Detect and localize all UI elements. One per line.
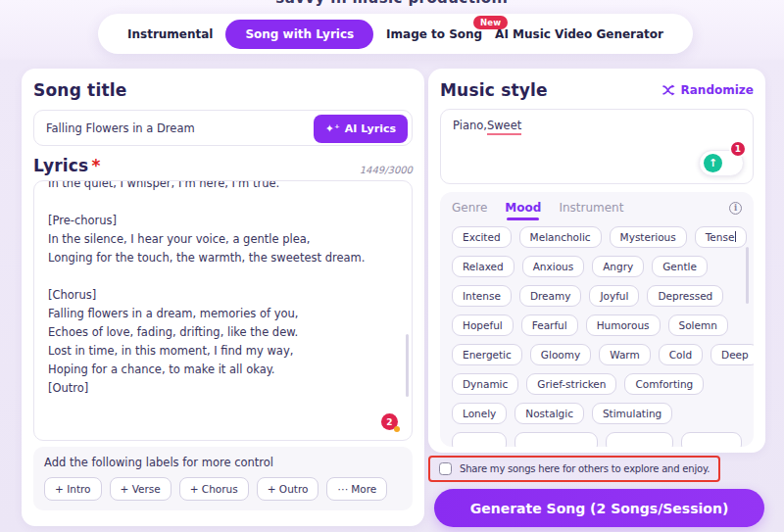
shuffle-icon: [662, 84, 676, 96]
tab-genre[interactable]: Genre: [452, 201, 487, 215]
lyrics-textarea[interactable]: In the quiet, I whisper, I'm here, I'm t…: [33, 180, 413, 441]
ai-lyrics-label: AI Lyrics: [345, 122, 396, 135]
tab-instrumental[interactable]: Instrumental: [127, 27, 213, 41]
tab-mood[interactable]: Mood: [505, 201, 541, 215]
mood-chip[interactable]: Warm: [599, 344, 651, 365]
mood-chip[interactable]: Relaxed: [452, 256, 514, 277]
tab-song-with-lyrics[interactable]: Song with Lyrics: [225, 20, 373, 49]
mood-chip[interactable]: Dynamic: [452, 373, 518, 395]
music-style-input[interactable]: Piano,Sweet ↑ 1: [440, 109, 754, 184]
label-helper-box: Add the following labels for more contro…: [33, 447, 413, 510]
mood-chip[interactable]: Nostalgic: [514, 403, 584, 424]
labels-hint: Add the following labels for more contro…: [44, 456, 402, 469]
info-icon[interactable]: i: [729, 202, 742, 215]
grammarly-count-badge: 1: [729, 140, 747, 158]
mood-chip-row: DynamicGrief-strickenComforting: [452, 373, 742, 395]
ai-lyrics-button[interactable]: ✦⁺ AI Lyrics: [314, 115, 408, 143]
label-button[interactable]: ⋯ More: [326, 477, 387, 501]
mood-chip-partial[interactable]: [514, 432, 598, 447]
mood-chip[interactable]: Humorous: [586, 314, 661, 336]
style-value-flagged: Sweet: [487, 119, 521, 135]
mood-chip[interactable]: Joyful: [589, 285, 639, 307]
mood-chip[interactable]: Grief-stricken: [526, 373, 616, 395]
song-panel: Song title Falling Flowers in a Dream ✦⁺…: [22, 69, 424, 526]
label-button[interactable]: + Verse: [110, 477, 172, 501]
mood-chip-partial[interactable]: [606, 432, 673, 447]
label-button[interactable]: + Chorus: [179, 477, 249, 501]
tab-ai-music-video-generator[interactable]: AI Music Video Generator: [495, 27, 663, 41]
required-asterisk: *: [91, 156, 100, 175]
tab-image-to-song[interactable]: Image to Song New: [386, 27, 482, 41]
mood-chip[interactable]: Solemn: [668, 314, 728, 336]
song-title-input[interactable]: Falling Flowers in a Dream ✦⁺ AI Lyrics: [33, 110, 413, 146]
lyrics-line: [48, 267, 398, 286]
music-style-header: Music style Randomize: [440, 80, 754, 100]
mood-chip[interactable]: Gentle: [652, 256, 708, 277]
mood-chip[interactable]: Intense: [452, 285, 512, 307]
mood-chip[interactable]: Stimulating: [592, 403, 672, 424]
mood-chip[interactable]: Lonely: [452, 403, 507, 424]
lyrics-line: Lost in time, in this moment, I find my …: [48, 342, 398, 361]
mood-chip[interactable]: Energetic: [452, 344, 522, 365]
mood-chip[interactable]: Fearful: [521, 314, 578, 336]
song-title-value: Falling Flowers in a Dream: [46, 121, 195, 135]
style-tabs: Genre Mood Instrument i: [452, 201, 742, 215]
mood-chip-partial[interactable]: [452, 432, 507, 447]
label-button-row: + Intro+ Verse+ Chorus+ Outro⋯ More: [44, 477, 402, 501]
mood-chip[interactable]: Gloomy: [530, 344, 591, 365]
mood-chip-row: ExcitedMelancholicMysteriousTense: [452, 226, 742, 248]
label-button[interactable]: + Intro: [44, 477, 102, 501]
char-counter: 1449/3000: [360, 165, 413, 175]
mood-chip[interactable]: Hopeful: [452, 314, 514, 336]
grammarly-widget[interactable]: ↑ 1: [699, 150, 744, 176]
mood-chip[interactable]: Deep: [710, 344, 754, 365]
lyrics-line: [Outro]: [48, 379, 398, 398]
lyrics-line: Hoping for a chance, to make it all okay…: [48, 361, 398, 379]
lyrics-scrollbar[interactable]: [406, 334, 409, 397]
mood-chip[interactable]: Melancholic: [519, 226, 602, 248]
mood-chip[interactable]: Comforting: [624, 373, 704, 395]
tab-image-to-song-label: Image to Song: [386, 27, 482, 41]
lyrics-line: Falling flowers in a dream, memories of …: [48, 305, 398, 323]
annotation-highlight-box: Share my songs here for others to explor…: [428, 456, 720, 482]
music-style-panel: Music style Randomize Piano,Sweet ↑ 1 Ge…: [428, 69, 765, 453]
song-title-heading: Song title: [33, 80, 413, 100]
mood-chip[interactable]: Cold: [659, 344, 703, 365]
share-label: Share my songs here for others to explor…: [460, 463, 710, 474]
lyrics-line: In the quiet, I whisper, I'm here, I'm t…: [48, 180, 398, 193]
mood-chip[interactable]: Excited: [452, 226, 512, 248]
lyrics-content: In the quiet, I whisper, I'm here, I'm t…: [34, 181, 412, 398]
mood-chip[interactable]: Depressed: [647, 285, 723, 307]
lyrics-line: Echoes of love, fading, drifting, like t…: [48, 323, 398, 342]
generate-song-button[interactable]: Generate Song (2 Songs/Session): [434, 489, 764, 527]
grammarly-alert-badge[interactable]: 2: [381, 413, 398, 430]
randomize-button[interactable]: Randomize: [662, 83, 754, 97]
mood-chip-row: LonelyNostalgicStimulating: [452, 403, 742, 424]
lyrics-line: In the silence, I hear your voice, a gen…: [48, 230, 398, 249]
mood-chip[interactable]: Mysterious: [610, 226, 687, 248]
mode-tab-bar: Instrumental Song with Lyrics Image to S…: [98, 14, 693, 54]
music-style-heading: Music style: [440, 80, 548, 100]
mood-chip-row: EnergeticGloomyWarmColdDeep: [452, 344, 742, 365]
lyrics-line: [48, 193, 398, 212]
tab-instrument[interactable]: Instrument: [559, 201, 623, 215]
music-style-column: Music style Randomize Piano,Sweet ↑ 1 Ge…: [428, 69, 765, 527]
mood-chip-row: RelaxedAnxiousAngryGentle: [452, 256, 742, 277]
tags-scrollbar[interactable]: [746, 247, 749, 304]
mood-chip[interactable]: Angry: [592, 256, 644, 277]
lyrics-header: Lyrics* 1449/3000: [33, 156, 413, 175]
lyrics-line: [Chorus]: [48, 286, 398, 305]
mood-chip[interactable]: Tense: [695, 226, 748, 248]
hero-tagline: savvy in music production.: [0, 0, 784, 7]
mood-chip[interactable]: Dreamy: [519, 285, 582, 307]
share-checkbox[interactable]: [439, 462, 452, 475]
mood-chip-partial[interactable]: [681, 432, 742, 447]
lyrics-line: [Pre-chorus]: [48, 212, 398, 230]
randomize-label: Randomize: [681, 83, 754, 97]
mood-chip-row: IntenseDreamyJoyfulDepressed: [452, 285, 742, 307]
mood-chip-row: HopefulFearfulHumorousSolemn: [452, 314, 742, 336]
label-button[interactable]: + Outro: [257, 477, 319, 501]
mood-chip[interactable]: Anxious: [522, 256, 585, 277]
grammarly-icon: ↑: [704, 154, 722, 172]
hero-tagline-clip: savvy in music production.: [0, 0, 784, 8]
